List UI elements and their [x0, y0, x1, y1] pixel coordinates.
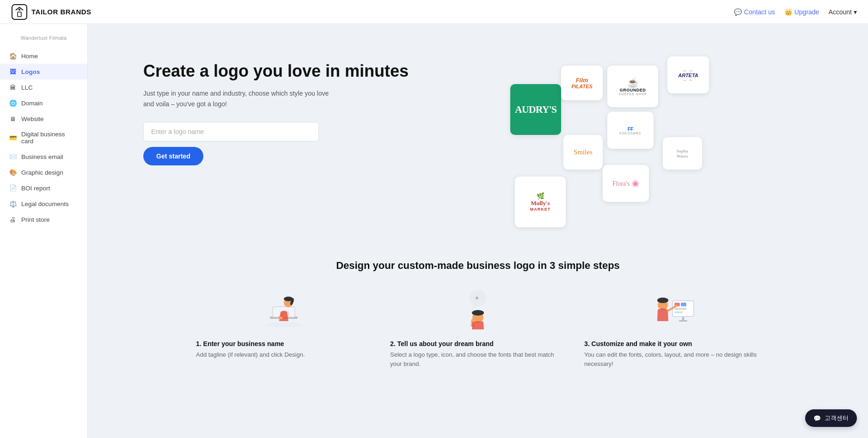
- sidebar: Wanderlust Filmata 🏠 Home 🖼 Logos 🏛 LLC …: [0, 24, 88, 438]
- hero-section: Create a logo you love in minutes Just t…: [88, 24, 868, 246]
- svg-point-2: [18, 9, 20, 11]
- brand-logo[interactable]: TAILOR BRANDS: [11, 4, 92, 20]
- sidebar-item-boi-report[interactable]: 📄 BOI report: [0, 180, 87, 196]
- step-3-heading: 3. Customize and make it your own: [584, 340, 760, 347]
- step-1-heading: 1. Enter your business name: [196, 340, 372, 347]
- brand-name-text: TAILOR BRANDS: [31, 8, 92, 16]
- hero-form: Get started: [143, 122, 319, 165]
- sidebar-item-logos[interactable]: 🖼 Logos: [0, 64, 87, 79]
- svg-rect-1: [18, 12, 21, 17]
- chevron-down-icon: ▾: [854, 8, 857, 16]
- step-1-illustration: [196, 286, 372, 333]
- svg-rect-24: [674, 311, 683, 313]
- logo-card-grounded: ☕ GROUNDED COFFEE SHOP: [607, 66, 658, 107]
- main-content: Create a logo you love in minutes Just t…: [88, 24, 868, 438]
- monitor-icon: 🖥: [9, 115, 17, 122]
- svg-rect-25: [682, 317, 684, 321]
- globe-icon: 🌐: [9, 99, 17, 107]
- sidebar-item-print-store[interactable]: 🖨 Print store: [0, 212, 87, 227]
- legal-icon: ⚖️: [9, 200, 17, 207]
- step-3-desc: You can edit the fonts, colors, layout, …: [584, 350, 760, 368]
- logo-card-audrys: AUDRY'S: [510, 84, 561, 135]
- steps-section: Design your custom-made business logo in…: [88, 246, 868, 387]
- step-2-illustration: ✦: [390, 286, 566, 333]
- hero-left: Create a logo you love in minutes Just t…: [143, 52, 473, 165]
- sidebar-item-home[interactable]: 🏠 Home: [0, 48, 87, 64]
- building-icon: 🏛: [9, 84, 17, 91]
- svg-rect-26: [679, 320, 687, 322]
- sidebar-item-llc[interactable]: 🏛 LLC: [0, 79, 87, 95]
- logo-card-focusarc: FF FOCUSARC: [607, 112, 654, 149]
- svg-point-29: [674, 304, 677, 307]
- sidebar-item-website[interactable]: 🖥 Website: [0, 111, 87, 127]
- step-card-2: ✦ 2. Tell us about your dream b: [390, 286, 566, 368]
- logo-mosaic: AUDRY'S Film PILATES ☕ GROUNDED COFFEE S…: [501, 52, 831, 227]
- email-icon: ✉️: [9, 153, 17, 160]
- support-icon: 💬: [813, 415, 821, 422]
- logo-card-arteta: — — ARTETA — —: [667, 56, 709, 93]
- account-menu[interactable]: Account ▾: [828, 8, 857, 16]
- svg-rect-22: [681, 303, 686, 306]
- sidebar-item-digital-business-card[interactable]: 💳 Digital business card: [0, 127, 87, 149]
- logo-icon: [11, 4, 28, 20]
- svg-point-3: [265, 322, 302, 328]
- document-icon: 📄: [9, 184, 17, 192]
- sidebar-item-domain[interactable]: 🌐 Domain: [0, 95, 87, 111]
- home-icon: 🏠: [9, 52, 17, 60]
- svg-point-13: [473, 304, 477, 307]
- step-card-1: 1. Enter your business name Add tagline …: [196, 286, 372, 368]
- header: TAILOR BRANDS 💬 Contact us 👑 Upgrade Acc…: [0, 0, 868, 24]
- paint-icon: 🎨: [9, 169, 17, 176]
- upgrade-icon: 👑: [784, 8, 792, 16]
- logo-card-smiles: Smiles: [563, 135, 603, 170]
- svg-point-14: [472, 307, 475, 310]
- contact-icon: 💬: [734, 8, 742, 16]
- sidebar-item-graphic-design[interactable]: 🎨 Graphic design: [0, 164, 87, 180]
- hero-subtitle: Just type in your name and industry, cho…: [143, 88, 473, 109]
- print-icon: 🖨: [9, 216, 17, 223]
- hero-title: Create a logo you love in minutes: [143, 61, 473, 81]
- svg-point-17: [472, 310, 484, 316]
- sidebar-item-business-email[interactable]: ✉️ Business email: [0, 149, 87, 164]
- svg-text:✦: ✦: [474, 294, 480, 302]
- step-2-heading: 2. Tell us about your dream brand: [390, 340, 566, 347]
- step-card-3: 3. Customize and make it your own You ca…: [584, 286, 760, 368]
- card-icon: 💳: [9, 134, 17, 141]
- get-started-button[interactable]: Get started: [143, 147, 203, 165]
- main-layout: Wanderlust Filmata 🏠 Home 🖼 Logos 🏛 LLC …: [0, 24, 868, 438]
- sidebar-item-legal-documents[interactable]: ⚖️ Legal documents: [0, 196, 87, 212]
- image-icon: 🖼: [9, 68, 17, 75]
- logo-name-input[interactable]: [143, 122, 319, 141]
- sidebar-brand-tagline: Wanderlust Filmata: [0, 31, 87, 48]
- upgrade-link[interactable]: 👑 Upgrade: [784, 8, 819, 16]
- svg-point-28: [657, 298, 668, 303]
- support-button[interactable]: 💬 고객센터: [805, 409, 857, 427]
- step-2-desc: Select a logo type, icon, and choose the…: [390, 350, 566, 368]
- steps-grid: 1. Enter your business name Add tagline …: [125, 286, 831, 368]
- steps-title: Design your custom-made business logo in…: [125, 260, 831, 272]
- logo-card-script: SophiaWaters: [663, 137, 702, 170]
- step-3-illustration: [584, 286, 760, 333]
- step-1-desc: Add tagline (if relevant) and click Desi…: [196, 350, 372, 359]
- header-actions: 💬 Contact us 👑 Upgrade Account ▾: [734, 8, 857, 16]
- svg-point-11: [278, 316, 283, 319]
- logo-card-mollys-market: 🌿 Molly's Market: [515, 176, 566, 227]
- logo-card-film: Film PILATES: [561, 66, 603, 100]
- contact-us-link[interactable]: 💬 Contact us: [734, 8, 775, 16]
- logo-card-floras: Flora's 🌸: [603, 165, 649, 202]
- svg-rect-23: [674, 308, 686, 310]
